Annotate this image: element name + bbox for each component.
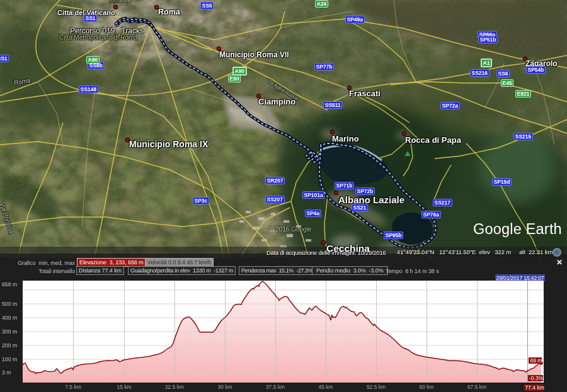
svg-text:658 m: 658 m <box>2 281 17 288</box>
svg-text:69 m: 69 m <box>530 357 542 364</box>
svg-text:37.5 km: 37.5 km <box>266 384 285 390</box>
svg-text:-0.3%: -0.3% <box>529 375 544 381</box>
svg-text:200 m: 200 m <box>2 342 17 349</box>
svg-text:60 km: 60 km <box>419 384 433 390</box>
svg-text:7.5 km: 7.5 km <box>65 384 81 390</box>
svg-text:500 m: 500 m <box>2 301 17 307</box>
svg-text:67.5 km: 67.5 km <box>467 384 486 390</box>
svg-text:100 m: 100 m <box>2 356 17 362</box>
svg-text:52.5 km: 52.5 km <box>367 384 386 390</box>
svg-text:15 km: 15 km <box>117 384 131 390</box>
svg-text:45 km: 45 km <box>318 384 333 390</box>
svg-text:22.5 km: 22.5 km <box>165 384 184 390</box>
svg-text:400 m: 400 m <box>2 315 17 321</box>
svg-text:77.4 km: 77.4 km <box>525 384 544 391</box>
svg-text:3 m: 3 m <box>2 369 11 376</box>
svg-text:300 m: 300 m <box>2 328 17 335</box>
svg-text:30 km: 30 km <box>217 384 232 390</box>
